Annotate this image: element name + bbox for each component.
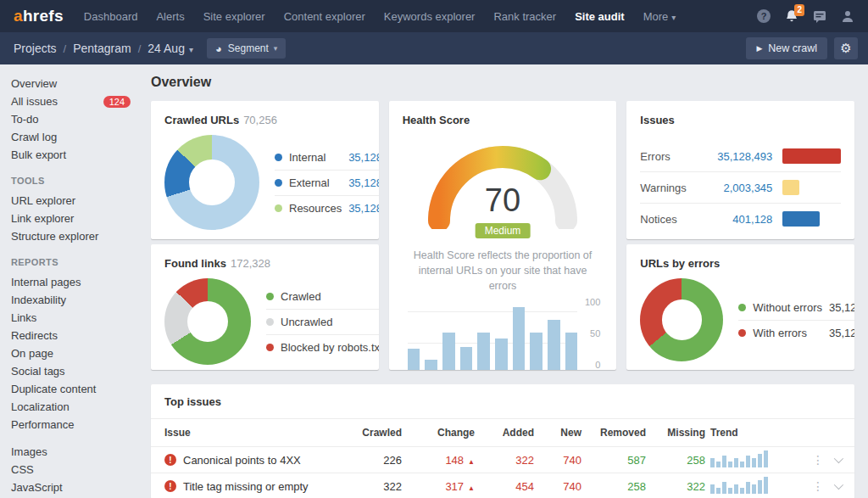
found-links-legend: Crawled35,128Uncrawled3,128Blocked by ro…: [266, 284, 379, 360]
feedback-icon[interactable]: [813, 10, 826, 23]
card-title: Health Score: [403, 114, 470, 126]
sidebar-item-redirects[interactable]: Redirects: [11, 327, 144, 344]
legend-value[interactable]: 35,128: [348, 176, 379, 189]
expand-chevron-icon[interactable]: [834, 454, 843, 463]
topnav-item-site-audit[interactable]: Site audit: [575, 10, 625, 23]
expand-chevron-icon[interactable]: [834, 480, 843, 490]
issue-type-count[interactable]: 2,003,345: [701, 182, 772, 194]
topnav-item-content-explorer[interactable]: Content explorer: [284, 10, 365, 23]
notifications-bell-icon[interactable]: 2: [785, 9, 798, 24]
sidebar-item-label: All issues: [11, 95, 58, 108]
more-options-icon[interactable]: ⋮: [812, 480, 824, 492]
sidebar-item-localization[interactable]: Localization: [11, 398, 144, 416]
breadcrumb-project-name[interactable]: Pentagram: [73, 42, 131, 55]
legend-label: Internal: [289, 151, 342, 164]
sidebar-item-images[interactable]: Images: [11, 443, 144, 461]
sidebar-item-links[interactable]: Links: [11, 309, 144, 327]
topnav-item-dashboard[interactable]: Dashboard: [84, 10, 138, 23]
new-crawl-button[interactable]: ▶ New crawl: [746, 37, 827, 59]
sidebar-item-on-page[interactable]: On page: [11, 344, 144, 362]
col-change: Change: [402, 427, 475, 439]
sidebar-item-internal-pages[interactable]: Internal pages: [11, 273, 144, 291]
legend-dot-icon: [266, 318, 274, 326]
issue-type-label: Warnings: [640, 182, 691, 194]
sidebar-item-duplicate-content[interactable]: Duplicate content: [11, 380, 144, 398]
issue-bar: [782, 211, 841, 227]
legend-label: Crawled: [281, 290, 376, 303]
topnav-item-site-explorer[interactable]: Site explorer: [203, 10, 265, 23]
legend-value[interactable]: 35,128: [348, 202, 379, 215]
health-score-gauge: 70 Medium: [416, 134, 589, 229]
topnav-item-alerts[interactable]: Alerts: [156, 10, 184, 23]
account-icon[interactable]: [841, 9, 854, 23]
sidebar-item-css[interactable]: CSS: [11, 461, 144, 478]
legend-value[interactable]: 35,128: [348, 151, 379, 164]
sidebar-navigation: OverviewAll issues124To-doCrawl logBulk …: [0, 64, 144, 498]
legend-label: Uncrawled: [281, 316, 379, 328]
urls-by-errors-donut-chart: [640, 278, 723, 361]
sidebar-item-label: JavaScript: [11, 481, 63, 494]
issue-name[interactable]: Title tag missing or empty: [183, 480, 309, 493]
chevron-down-icon: ▾: [274, 44, 278, 53]
legend-item-without-errors: Without errors35,128: [738, 295, 854, 321]
col-crawled: Crawled: [348, 427, 402, 439]
col-issue: Issue: [164, 427, 348, 439]
pie-chart-icon: ◕: [215, 43, 222, 54]
card-title: Crawled URLs: [164, 114, 239, 126]
legend-dot-icon: [738, 329, 746, 337]
removed-count: 587: [581, 454, 646, 467]
missing-count: 322: [646, 480, 705, 493]
help-icon[interactable]: ?: [757, 9, 771, 23]
top-issues-row[interactable]: !Canonical points to 4XX 226 148▲ 322 74…: [151, 446, 854, 473]
issue-name[interactable]: Canonical points to 4XX: [183, 454, 301, 467]
sidebar-item-bulk-export[interactable]: Bulk export: [11, 146, 144, 164]
y-axis-label: 100: [585, 297, 600, 307]
sidebar-item-structure-explorer[interactable]: Structure explorer: [11, 227, 144, 245]
sidebar-section-tools: TOOLS: [11, 176, 144, 186]
legend-dot-icon: [275, 154, 282, 161]
ahrefs-logo[interactable]: ahrefs: [14, 7, 64, 25]
issue-type-count[interactable]: 35,128,493: [701, 150, 772, 163]
topnav-item-keywords-explorer[interactable]: Keywords explorer: [384, 10, 476, 23]
bar: [513, 307, 526, 370]
sidebar-item-crawl-log[interactable]: Crawl log: [11, 128, 144, 146]
legend-item-external: External35,128: [275, 171, 379, 196]
topnav-item-rank-tracker[interactable]: Rank tracker: [493, 10, 556, 23]
breadcrumb-projects[interactable]: Projects: [14, 42, 57, 55]
trend-sparkline: [710, 477, 768, 494]
sidebar-item-label: Localization: [11, 400, 70, 413]
added-count: 454: [475, 480, 534, 493]
issues-row-notices: Notices401,128: [640, 204, 841, 234]
more-options-icon[interactable]: ⋮: [812, 454, 824, 466]
sidebar-item-social-tags[interactable]: Social tags: [11, 362, 144, 380]
top-issues-row[interactable]: !Title tag missing or empty 322 317▲ 454…: [151, 473, 854, 498]
change-count: 148: [445, 454, 464, 467]
sidebar-item-indexability[interactable]: Indexability: [11, 291, 144, 309]
sidebar-item-javascript[interactable]: JavaScript: [11, 478, 144, 496]
sidebar-item-link-explorer[interactable]: Link explorer: [11, 210, 144, 227]
sidebar-item-all-issues[interactable]: All issues124: [11, 92, 144, 110]
project-toolbar: Projects / Pentagram / 24 Aug▾ ◕ Segment…: [0, 32, 868, 64]
sidebar-item-performance[interactable]: Performance: [11, 416, 144, 434]
sidebar-item-to-do[interactable]: To-do: [11, 110, 144, 128]
trend-sparkline: [710, 450, 768, 467]
play-icon: ▶: [756, 44, 762, 53]
segment-dropdown-button[interactable]: ◕ Segment ▾: [207, 38, 286, 59]
legend-dot-icon: [266, 344, 274, 351]
crawled-urls-total: 70,256: [243, 114, 277, 126]
sidebar-item-label: Performance: [11, 418, 74, 431]
sidebar-item-label: CSS: [11, 463, 34, 476]
chevron-down-icon: ▾: [671, 13, 676, 22]
settings-gear-button[interactable]: ⚙: [834, 37, 858, 59]
legend-label: External: [289, 176, 342, 189]
issue-type-label: Errors: [640, 150, 691, 163]
issue-type-count[interactable]: 401,128: [701, 213, 772, 226]
issue-type-label: Notices: [640, 213, 691, 226]
legend-item-internal: Internal35,128: [275, 145, 379, 171]
card-title: URLs by errors: [640, 257, 720, 270]
bar: [477, 333, 490, 370]
sidebar-item-overview[interactable]: Overview: [11, 75, 144, 92]
sidebar-item-url-explorer[interactable]: URL explorer: [11, 192, 144, 210]
topnav-item-more[interactable]: More▾: [643, 10, 676, 23]
crawl-date-dropdown[interactable]: 24 Aug▾: [147, 42, 193, 55]
